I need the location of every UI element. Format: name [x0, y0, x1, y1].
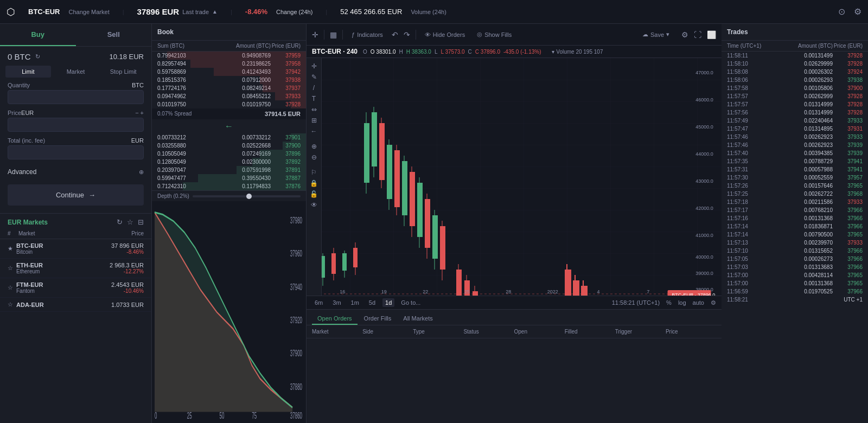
open-orders-tab[interactable]: Open Orders: [312, 313, 358, 325]
scale-pct-btn[interactable]: %: [664, 298, 674, 307]
book-bid-row[interactable]: 0.20397047 0.07591998 37891: [152, 166, 306, 174]
settings-icon[interactable]: ⚙: [854, 7, 861, 17]
trade-row[interactable]: 11:57:18 0.00211586 37933: [722, 198, 868, 206]
market-tab[interactable]: Market: [53, 66, 99, 78]
tool-lock2[interactable]: 🔓: [310, 190, 318, 198]
trade-row[interactable]: 11:57:00 0.00428114 37965: [722, 271, 868, 279]
star-icon[interactable]: ☆: [8, 284, 13, 291]
advanced-row[interactable]: Advanced ⊕: [0, 165, 151, 181]
tool-zoom-out[interactable]: ⊖: [311, 153, 317, 161]
tool-line[interactable]: /: [313, 84, 315, 92]
chart-settings-icon[interactable]: ⚙: [711, 299, 716, 306]
goto-btn[interactable]: Go to...: [401, 299, 420, 306]
save-btn[interactable]: ☁ Save ▾: [639, 29, 673, 40]
indicators-btn[interactable]: ƒ Indicators: [348, 30, 386, 40]
tool-eye[interactable]: 👁: [311, 201, 317, 209]
trade-row[interactable]: 11:56:59 0.01970525 37966: [722, 287, 868, 296]
book-ask-row[interactable]: 0.01019750 0.01019750 37928: [152, 100, 306, 108]
star-icon[interactable]: ☆: [8, 265, 13, 272]
trade-row[interactable]: 11:58:11 0.00131499 37928: [722, 52, 868, 60]
settings2-icon[interactable]: ⚙: [681, 30, 688, 39]
trade-row[interactable]: 11:57:25 0.00262722 37968: [722, 190, 868, 198]
book-ask-row[interactable]: 0.09474962 0.08455212 37933: [152, 92, 306, 100]
hide-orders-btn[interactable]: 👁 Hide Orders: [422, 30, 468, 40]
tf-1m[interactable]: 1m: [348, 298, 362, 307]
screenshot-icon[interactable]: ⬜: [707, 30, 716, 39]
trade-row[interactable]: 11:57:58 0.00105806 37900: [722, 84, 868, 92]
tool-measure[interactable]: ⇔: [311, 106, 317, 113]
tool-candle2[interactable]: ⚐: [311, 169, 317, 176]
trade-row[interactable]: 11:58:06 0.00026293 37938: [722, 76, 868, 84]
trade-row[interactable]: 11:57:49 0.02240464 37933: [722, 117, 868, 125]
all-markets-tab[interactable]: All Markets: [398, 313, 438, 325]
trade-row[interactable]: 11:57:30 0.00052559 37957: [722, 174, 868, 182]
quantity-input[interactable]: [12, 93, 139, 101]
total-input[interactable]: [12, 149, 139, 156]
markets-more-icon[interactable]: ⊟: [138, 218, 144, 226]
trade-row[interactable]: 11:58:21 UTC +1: [722, 296, 868, 304]
markets-star-icon[interactable]: ☆: [127, 218, 133, 226]
stop-limit-tab[interactable]: Stop Limit: [100, 66, 146, 78]
tool-shapes[interactable]: ⊞: [311, 117, 317, 124]
tool-magnify[interactable]: ⊕: [311, 143, 317, 150]
trade-row[interactable]: 11:57:16 0.00131368 37966: [722, 214, 868, 222]
trade-row[interactable]: 11:57:14 0.00790500 37965: [722, 230, 868, 239]
scale-log-btn[interactable]: log: [676, 298, 688, 307]
star-icon[interactable]: ☆: [8, 301, 13, 308]
depth-slider-knob[interactable]: [246, 194, 252, 199]
trade-row[interactable]: 11:57:47 0.01314895 37931: [722, 125, 868, 133]
book-ask-row[interactable]: 0.79942103 0.94908769 37959: [152, 52, 306, 60]
trade-row[interactable]: 11:57:46 0.00262923 37933: [722, 133, 868, 141]
crosshair-icon[interactable]: ✛: [312, 30, 318, 39]
continue-button[interactable]: Continue →: [8, 184, 144, 206]
trade-row[interactable]: 11:57:57 0.00262999 37928: [722, 92, 868, 100]
candle-icon[interactable]: ▦: [330, 30, 337, 39]
trade-row[interactable]: 11:57:00 0.00131368 37965: [722, 279, 868, 287]
fullscreen-icon[interactable]: ⛶: [694, 30, 701, 39]
trade-row[interactable]: 11:57:10 0.01315652 37966: [722, 247, 868, 255]
trade-row[interactable]: 11:57:14 0.01836871 37966: [722, 222, 868, 230]
price-increment[interactable]: +: [141, 110, 144, 116]
tool-crosshair[interactable]: ✛: [311, 62, 317, 70]
price-decrement[interactable]: −: [135, 110, 138, 116]
limit-tab[interactable]: Limit: [5, 66, 51, 78]
trade-row[interactable]: 11:57:56 0.01314999 37928: [722, 108, 868, 117]
market-item-adaeur[interactable]: ☆ ADA-EUR 1.0733 EUR: [0, 298, 151, 312]
tool-pen[interactable]: ✎: [311, 73, 317, 81]
market-item-etheur[interactable]: ☆ ETH-EUR Ethereum 2 968.3 EUR -12.27%: [0, 259, 151, 278]
trade-row[interactable]: 11:57:31 0.00057988 37941: [722, 165, 868, 174]
trade-row[interactable]: 11:57:17 0.00768210 37966: [722, 206, 868, 214]
tool-lock[interactable]: 🔒: [310, 180, 318, 187]
depth-slider[interactable]: [193, 195, 301, 197]
markets-refresh-icon[interactable]: ↻: [117, 218, 123, 226]
trade-row[interactable]: 11:57:40 0.00394385 37939: [722, 149, 868, 157]
book-ask-row[interactable]: 0.59758869 0.41243493 37942: [152, 68, 306, 76]
book-ask-row[interactable]: 0.18515376 0.07912000 37938: [152, 76, 306, 84]
notifications-icon[interactable]: ⊙: [838, 7, 845, 17]
trade-row[interactable]: 11:57:05 0.00026273 37966: [722, 255, 868, 263]
tf-1d[interactable]: 1d: [382, 298, 394, 307]
tf-3m[interactable]: 3m: [330, 298, 343, 307]
book-bid-row[interactable]: 0.03255880 0.02522668 37900: [152, 142, 306, 150]
scale-auto-btn[interactable]: auto: [691, 298, 706, 307]
redo-icon[interactable]: ↷: [404, 30, 410, 39]
tf-6m[interactable]: 6m: [312, 298, 326, 307]
book-bid-row[interactable]: 0.10505049 0.07249169 37896: [152, 150, 306, 158]
tool-text[interactable]: T: [312, 95, 316, 102]
order-fills-tab[interactable]: Order Fills: [359, 313, 397, 325]
show-fills-btn[interactable]: ◎ Show Fills: [474, 29, 515, 40]
trade-row[interactable]: 11:58:10 0.02629999 37928: [722, 60, 868, 68]
trade-row[interactable]: 11:57:46 0.00262923 37939: [722, 141, 868, 149]
trade-row[interactable]: 11:57:03 0.01313683 37966: [722, 263, 868, 271]
tool-back[interactable]: ←: [311, 127, 317, 135]
undo-icon[interactable]: ↶: [392, 30, 398, 39]
refresh-icon[interactable]: ↻: [35, 53, 40, 60]
trade-row[interactable]: 11:57:26 0.00157646 37965: [722, 182, 868, 190]
book-bid-row[interactable]: 0.00733212 0.00733212 37901: [152, 133, 306, 142]
market-item-btceur[interactable]: ★ BTC-EUR Bitcoin 37 896 EUR -8.46%: [0, 239, 151, 259]
book-ask-row[interactable]: 0.82957494 0.23198625 37958: [152, 60, 306, 68]
book-ask-row[interactable]: 0.17724176 0.08249214 37937: [152, 84, 306, 92]
trade-row[interactable]: 11:57:13 0.00239970 37933: [722, 239, 868, 247]
price-input[interactable]: [12, 121, 139, 129]
trade-row[interactable]: 11:57:35 0.00788729 37941: [722, 157, 868, 165]
